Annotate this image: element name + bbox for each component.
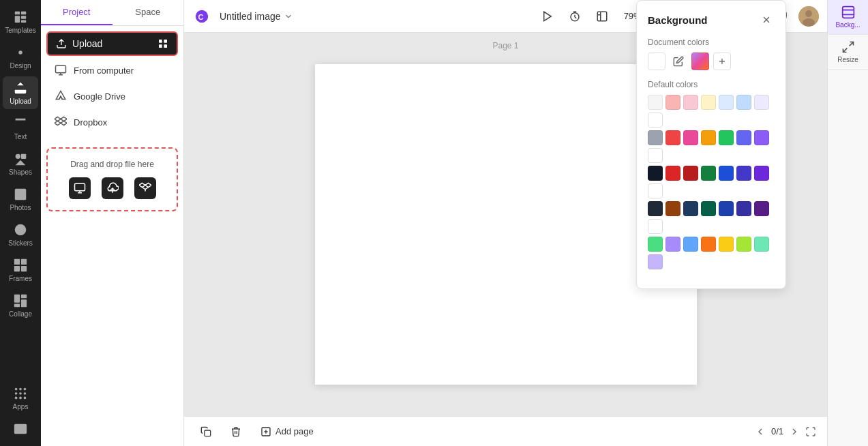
color-swatch[interactable] <box>754 201 769 216</box>
main-area: C Untitled image 79% <box>184 0 827 446</box>
color-swatch[interactable] <box>719 237 734 252</box>
color-row-1 <box>648 95 775 128</box>
color-swatch[interactable] <box>648 254 663 269</box>
delete-button[interactable] <box>225 423 247 440</box>
svg-rect-4 <box>21 20 26 23</box>
color-swatch[interactable] <box>665 166 680 181</box>
svg-rect-14 <box>14 266 20 271</box>
sidebar-item-photos[interactable]: Photos <box>3 183 38 215</box>
color-swatch[interactable] <box>683 130 698 145</box>
svg-rect-2 <box>15 16 20 23</box>
stickers-icon <box>13 222 28 237</box>
user-avatar[interactable] <box>798 6 819 27</box>
color-swatch[interactable] <box>719 166 734 181</box>
color-swatch[interactable] <box>701 95 716 110</box>
menu-item-dropbox[interactable]: Dropbox <box>46 110 178 134</box>
layout-button[interactable] <box>591 5 613 27</box>
color-swatch[interactable] <box>754 130 769 145</box>
add-page-button[interactable]: Add page <box>255 423 319 440</box>
color-swatch[interactable] <box>683 201 698 216</box>
upload-button[interactable]: Upload <box>46 31 178 56</box>
color-swatch[interactable] <box>648 166 663 181</box>
color-swatch[interactable] <box>701 237 716 252</box>
sidebar-item-text[interactable]: Text <box>3 112 38 145</box>
right-sidebar-item-resize[interactable]: Resize <box>828 35 868 70</box>
color-swatch[interactable] <box>683 95 698 110</box>
color-swatch[interactable] <box>648 183 663 198</box>
color-swatch[interactable] <box>736 130 751 145</box>
color-swatch[interactable] <box>701 201 716 216</box>
sidebar-item-apps[interactable]: Apps <box>3 382 38 415</box>
color-swatch[interactable] <box>736 95 751 110</box>
sidebar-item-collage[interactable]: Collage <box>3 289 38 322</box>
upload-button-label: Upload <box>72 38 102 49</box>
color-swatch[interactable] <box>648 148 663 163</box>
right-sidebar-item-background[interactable]: Backg... <box>828 0 868 35</box>
color-swatch[interactable] <box>665 95 680 110</box>
color-swatch[interactable] <box>701 166 716 181</box>
color-swatch[interactable] <box>754 166 769 181</box>
menu-item-gdrive[interactable]: Google Drive <box>46 85 178 108</box>
color-swatch[interactable] <box>648 95 663 110</box>
color-swatch[interactable] <box>736 237 751 252</box>
color-swatch[interactable] <box>719 95 734 110</box>
color-swatch[interactable] <box>719 201 734 216</box>
svg-rect-31 <box>164 40 167 43</box>
sidebar-label-stickers: Stickers <box>8 239 33 247</box>
tab-space[interactable]: Space <box>113 0 184 25</box>
svg-marker-39 <box>543 12 551 21</box>
svg-point-21 <box>19 388 22 391</box>
color-swatch[interactable] <box>648 130 663 145</box>
color-swatch[interactable] <box>665 201 680 216</box>
sidebar-item-frames[interactable]: Frames <box>3 254 38 286</box>
menu-item-computer[interactable]: From computer <box>46 59 178 82</box>
tab-project[interactable]: Project <box>41 0 113 25</box>
sidebar-item-upload[interactable]: Upload <box>3 76 38 109</box>
sidebar-item-help[interactable] <box>3 417 38 441</box>
sidebar-item-design[interactable]: Design <box>3 41 38 74</box>
doc-color-add-button[interactable] <box>713 53 731 70</box>
bg-panel-close-button[interactable] <box>758 12 775 28</box>
color-swatch[interactable] <box>648 113 663 128</box>
color-swatch[interactable] <box>754 95 769 110</box>
app-logo[interactable]: C <box>192 7 211 26</box>
color-swatch[interactable] <box>754 237 769 252</box>
doc-color-edit-button[interactable] <box>670 53 687 70</box>
color-swatch[interactable] <box>683 166 698 181</box>
color-swatch[interactable] <box>719 130 734 145</box>
drop-icon-monitor <box>69 177 91 199</box>
sidebar-label-apps: Apps <box>13 403 29 411</box>
help-icon <box>13 421 28 436</box>
expand-icon[interactable] <box>805 426 816 437</box>
color-swatch[interactable] <box>648 237 663 252</box>
document-title[interactable]: Untitled image <box>220 11 293 22</box>
sidebar-item-shapes[interactable]: Shapes <box>3 147 38 180</box>
timer-button[interactable] <box>564 5 586 27</box>
sidebar-item-templates[interactable]: Templates <box>3 5 38 38</box>
color-swatch[interactable] <box>736 201 751 216</box>
doc-color-white[interactable] <box>648 53 665 70</box>
timer-icon <box>569 10 581 23</box>
panel: Project Space Upload From computer Googl… <box>41 0 184 446</box>
next-page-icon[interactable] <box>789 426 800 437</box>
color-swatch[interactable] <box>701 130 716 145</box>
color-swatch[interactable] <box>736 166 751 181</box>
collage-icon <box>13 293 28 308</box>
color-swatch[interactable] <box>683 237 698 252</box>
svg-rect-30 <box>159 40 162 43</box>
color-swatch[interactable] <box>648 201 663 216</box>
panel-content: Upload From computer Google Drive Dropbo… <box>41 26 183 139</box>
play-button[interactable] <box>537 5 558 27</box>
sidebar-item-stickers[interactable]: Stickers <box>3 218 38 251</box>
doc-color-gradient[interactable] <box>691 53 709 70</box>
prev-page-icon[interactable] <box>755 426 766 437</box>
svg-rect-3 <box>21 16 26 19</box>
svg-rect-7 <box>21 154 26 159</box>
drop-zone[interactable]: Drag and drop file here <box>46 147 178 211</box>
right-sidebar-label-resize: Resize <box>837 56 858 63</box>
color-swatch[interactable] <box>665 130 680 145</box>
svg-rect-12 <box>14 259 20 265</box>
add-copy-button[interactable] <box>195 423 217 440</box>
color-swatch[interactable] <box>665 237 680 252</box>
color-swatch[interactable] <box>648 219 663 234</box>
